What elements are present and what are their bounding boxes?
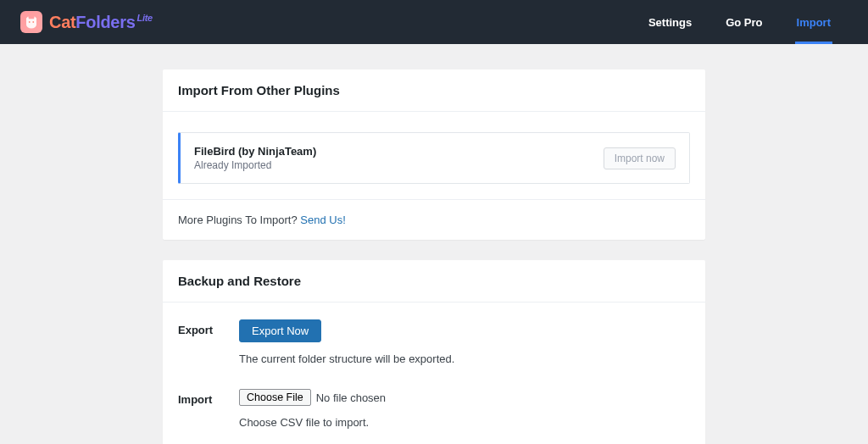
- plugin-name: FileBird (by NinjaTeam): [194, 145, 316, 158]
- choose-file-button[interactable]: Choose File: [239, 389, 311, 406]
- panel-header: Import From Other Plugins: [163, 69, 705, 112]
- file-chooser: Choose File No file chosen: [239, 389, 386, 406]
- import-label: Import: [178, 389, 239, 406]
- send-us-link[interactable]: Send Us!: [300, 214, 345, 226]
- backup-restore-panel: Backup and Restore Export Export Now The…: [163, 260, 705, 444]
- import-description: Choose CSV file to import.: [239, 416, 690, 429]
- svg-point-0: [29, 21, 31, 23]
- nav-tabs: Settings Go Pro Import: [632, 0, 848, 44]
- plugin-status: Already Imported: [194, 159, 316, 171]
- topbar: CatFoldersLite Settings Go Pro Import: [0, 0, 868, 44]
- panel-header: Backup and Restore: [163, 260, 705, 302]
- export-label: Export: [178, 319, 239, 336]
- svg-point-1: [32, 21, 34, 23]
- cat-icon: [20, 11, 42, 33]
- panel-title: Import From Other Plugins: [178, 83, 690, 97]
- more-plugins-text: More Plugins To Import?: [178, 214, 300, 226]
- import-from-plugins-panel: Import From Other Plugins FileBird (by N…: [163, 69, 705, 240]
- export-row: Export Export Now The current folder str…: [178, 319, 690, 365]
- brand-text: CatFoldersLite: [49, 13, 153, 32]
- backup-section: Export Export Now The current folder str…: [163, 302, 705, 444]
- tab-import[interactable]: Import: [780, 0, 848, 44]
- tab-settings[interactable]: Settings: [632, 0, 709, 44]
- import-row: Import Choose File No file chosen Choose…: [178, 389, 690, 429]
- panel-title: Backup and Restore: [178, 274, 690, 288]
- export-description: The current folder structure will be exp…: [239, 352, 690, 365]
- import-plugin-row: FileBird (by NinjaTeam) Already Imported…: [178, 132, 690, 184]
- panel-footer: More Plugins To Import? Send Us!: [163, 199, 705, 240]
- brand-logo: CatFoldersLite: [20, 11, 153, 33]
- panel-body: FileBird (by NinjaTeam) Already Imported…: [163, 112, 705, 199]
- import-content: Choose File No file chosen Choose CSV fi…: [239, 389, 690, 429]
- import-plugin-info: FileBird (by NinjaTeam) Already Imported: [194, 145, 316, 171]
- file-status: No file chosen: [316, 391, 386, 404]
- export-now-button[interactable]: Export Now: [239, 319, 321, 342]
- export-content: Export Now The current folder structure …: [239, 319, 690, 365]
- page-content: Import From Other Plugins FileBird (by N…: [163, 69, 705, 444]
- tab-gopro[interactable]: Go Pro: [709, 0, 779, 44]
- import-now-button[interactable]: Import now: [604, 147, 676, 169]
